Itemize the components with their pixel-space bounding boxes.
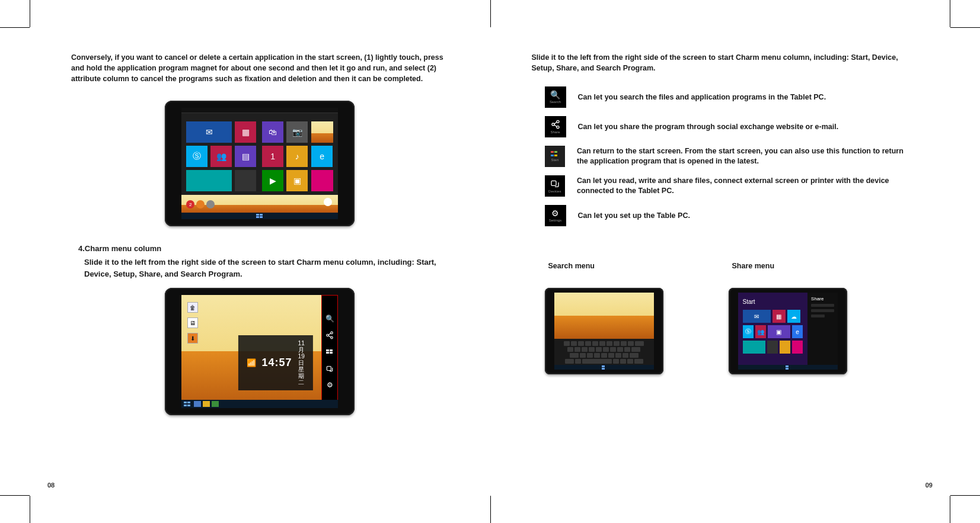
charm-desc-devices: Can let you read, write and share files,… [577,176,909,196]
taskbar-explorer-icon [203,401,210,407]
weather-photo-tile [311,121,333,143]
charm-desc-search: Can let you search the files and applica… [578,92,826,102]
people-tile: 👥 [755,325,766,338]
windows-button-icon [256,214,263,219]
video-tile: ▣ [286,170,308,191]
svg-point-2 [331,336,333,339]
page-number-left: 08 [47,482,55,489]
clock-overlay: 📶 14:57 11月19日 星期二 [238,335,313,390]
camera-tile: 📷 [286,121,308,143]
pc-icon: 🖥 [187,317,198,328]
finance-tile [235,170,256,191]
taskbar-windows-icon [184,402,191,406]
share-menu-title: Share menu [732,262,775,270]
section-4-body: Slide it to the left from the right side… [84,256,449,280]
store-tile: 🛍 [262,121,283,143]
tablet-charm-bar-figure: 🗑 🖥 ⬇ 📶 14:57 11月19日 星期二 [165,288,355,415]
charm-descriptions: 🔍 Search Can let you search the files an… [545,86,909,226]
skype-tile: Ⓢ [743,325,754,338]
search-menu-figure: Search menu [545,262,663,374]
mail-tile: ✉ [743,310,771,323]
charm-share-icon [325,331,334,339]
page-08: Conversely, if you want to cancel or del… [30,27,490,496]
svg-rect-7 [551,181,556,186]
charm-tile-share: Share [545,116,566,137]
tablet-start-screen-figure: ✉ ▦ Ⓢ 👥 ▤ [165,101,355,226]
xbox-tile: ▶ [262,170,283,191]
clock-date-1: 11月19日 [298,340,305,366]
page-09: Slide it to the left from the right side… [490,27,951,496]
clock-date-2: 星期二 [298,366,304,386]
page-number-right: 09 [925,482,933,489]
svg-point-6 [557,126,559,129]
charm-desc-share: Can let you share the program through so… [578,122,839,132]
cloud-tile: ☁ [787,310,800,323]
taskbar [181,213,338,220]
share-panel: Share [807,293,837,370]
charm-desc-start: Can return to the start screen. From the… [577,146,909,166]
desktop-tile [780,341,790,354]
charm-bar: 🔍 ⚙ [321,295,338,408]
charm-devices-icon [325,364,334,373]
recycle-bin-icon: 🗑 [187,302,198,313]
devices-icon [550,179,560,188]
download-icon: ⬇ [187,333,198,344]
search-icon: 🔍 [550,91,560,99]
svg-point-0 [331,332,333,334]
network-icon: 📶 [247,358,256,367]
photo-tile: ▣ [768,325,791,338]
section-4-heading: 4.Charm menu column [78,244,449,253]
news-tile [186,170,232,191]
right-intro: Slide it to the left from the right side… [532,52,909,73]
svg-point-5 [552,123,554,126]
svg-point-1 [327,334,329,336]
search-menu-title: Search menu [548,262,595,270]
calendar-tile: ▦ [235,121,256,143]
charm-desc-settings: Can let you set up the Table PC. [578,211,690,221]
intro-paragraph: Conversely, if you want to cancel or del… [71,52,449,84]
taskbar-ie-icon [194,401,201,407]
charm-tile-settings: ⚙ Settings [545,205,566,226]
skype-tile: Ⓢ [186,146,208,167]
windows-button-icon [786,365,790,369]
charm-start-icon [325,348,334,356]
charm-search-icon: 🔍 [325,315,334,323]
mail-tile: ✉ [186,121,232,143]
notes-tile: ▤ [235,146,256,167]
svg-rect-3 [327,366,331,370]
mail2-tile: 1 [262,146,283,167]
music-tile: ♪ [286,146,308,167]
sports-tile [792,341,803,354]
charm-tile-devices: Devices [545,175,566,197]
settings-icon: ⚙ [551,209,559,217]
onscreen-keyboard [554,339,654,365]
svg-point-4 [557,121,559,123]
charm-tile-start: Start [545,146,566,167]
charm-settings-icon: ⚙ [325,381,334,389]
sports-tile [311,170,333,191]
people-tile: 👥 [210,146,232,167]
share-menu-figure: Share menu Start ✉ ▦ ☁ [729,262,847,374]
ie-tile: e [311,146,333,167]
app-tile [767,341,778,354]
share-icon [551,120,560,129]
start-icon [551,151,559,157]
status-badges: 2 [186,200,215,208]
start-label: Start [743,299,803,305]
news-tile [743,341,766,354]
taskbar-app-icon [212,401,219,407]
clock-time: 14:57 [262,357,292,369]
charm-tile-search: 🔍 Search [545,86,566,108]
windows-button-icon [602,365,606,369]
calendar-tile: ▦ [772,310,786,323]
ie-tile: e [792,325,803,338]
